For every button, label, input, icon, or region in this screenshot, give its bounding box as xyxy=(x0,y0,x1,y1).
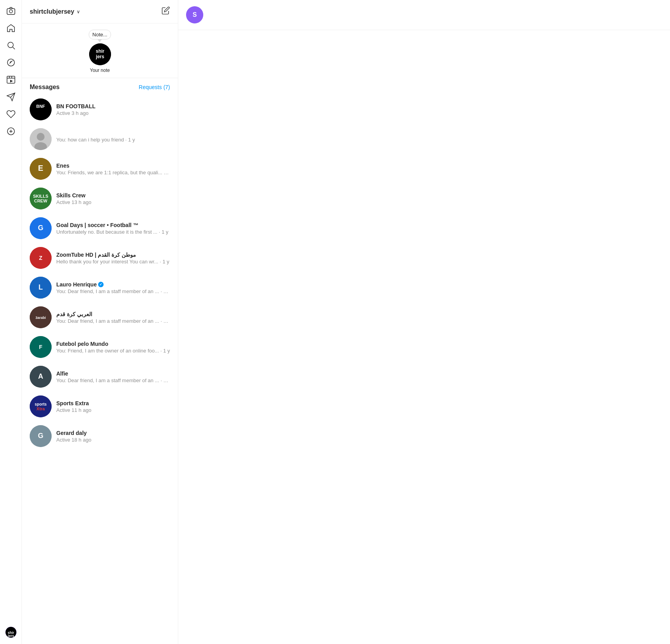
requests-link[interactable]: Requests (7) xyxy=(139,84,170,90)
reels-icon[interactable] xyxy=(3,72,19,88)
svg-text:Z: Z xyxy=(39,255,43,261)
msg-info-enes: EnesYou: Friends, we are 1:1 replica, bu… xyxy=(56,163,170,175)
msg-sub-lauro-henrique: You: Dear friend, I am a staff member of… xyxy=(56,288,170,294)
svg-text:shir: shir xyxy=(95,48,104,54)
svg-point-1 xyxy=(9,10,13,13)
avatar-unknown-1 xyxy=(30,128,52,150)
msg-name-goal-days: Goal Days | soccer • Football ™ xyxy=(56,222,170,228)
msg-name-gerard-daly: Gerard daly xyxy=(56,430,170,436)
compose-button[interactable] xyxy=(161,6,170,17)
avatar-alfie: A xyxy=(30,366,52,388)
avatar-skills-crew: SKILLSCREW xyxy=(30,188,52,209)
avatar-bn-football: BNF xyxy=(30,98,52,120)
message-item-bn-football[interactable]: BNFBN FOOTBALLActive 3 h ago xyxy=(22,95,178,124)
svg-line-3 xyxy=(13,47,15,50)
svg-point-2 xyxy=(8,42,13,48)
message-item-enes[interactable]: EEnesYou: Friends, we are 1:1 replica, b… xyxy=(22,154,178,184)
your-note-label: Your note xyxy=(90,68,110,73)
left-navigation: shir jers xyxy=(0,0,22,644)
chevron-down-icon: ∨ xyxy=(77,9,80,14)
send-icon[interactable] xyxy=(3,89,19,105)
msg-info-sports-extra: Sports ExtraActive 11 h ago xyxy=(56,400,170,413)
msg-sub-enes: You: Friends, we are 1:1 replica, but th… xyxy=(56,170,170,175)
msg-info-arabic-football: العربي كرة قدمYou: Dear friend, I am a s… xyxy=(56,311,170,324)
conversation-avatar: S xyxy=(186,6,203,23)
message-item-lauro-henrique[interactable]: LLauro HenriqueYou: Dear friend, I am a … xyxy=(22,273,178,302)
msg-name-skills-crew: Skills Crew xyxy=(56,192,170,199)
msg-name-sports-extra: Sports Extra xyxy=(56,400,170,406)
msg-name-futebol-mundo: Futebol pelo Mundo xyxy=(56,341,170,347)
msg-sub-alfie: You: Dear friend, I am a staff member of… xyxy=(56,377,170,383)
explore-icon[interactable] xyxy=(3,55,19,70)
svg-marker-5 xyxy=(9,60,13,64)
msg-name-lauro-henrique: Lauro Henrique xyxy=(56,281,170,288)
msg-sub-arabic-football: You: Dear friend, I am a staff member of… xyxy=(56,318,170,324)
msg-sub-futebol-mundo: You: Friend, I am the owner of an online… xyxy=(56,348,170,354)
msg-sub-gerard-daly: Active 18 h ago xyxy=(56,437,170,443)
svg-rect-6 xyxy=(7,76,15,83)
home-icon[interactable] xyxy=(3,20,19,36)
avatar-sports-extra: sportsXtra xyxy=(30,395,52,417)
avatar-enes: E xyxy=(30,158,52,180)
msg-info-zoomtube: ZoomTube HD | موطن كرة القدمHello thank … xyxy=(56,252,170,265)
account-selector[interactable]: shirtclubjersey ∨ xyxy=(30,8,80,15)
messages-list: BNFBN FOOTBALLActive 3 h agoYou: how can… xyxy=(22,95,178,644)
msg-name-bn-football: BN FOOTBALL xyxy=(56,103,170,109)
avatar-zoomtube: Z xyxy=(30,247,52,269)
svg-text:G: G xyxy=(38,432,43,440)
msg-info-goal-days: Goal Days | soccer • Football ™Unfortuna… xyxy=(56,222,170,235)
plus-circle-icon[interactable] xyxy=(3,123,19,139)
avatar-lauro-henrique: L xyxy=(30,277,52,299)
message-item-futebol-mundo[interactable]: FFutebol pelo MundoYou: Friend, I am the… xyxy=(22,332,178,362)
msg-info-alfie: AlfieYou: Dear friend, I am a staff memb… xyxy=(56,370,170,383)
profile-main-avatar[interactable]: shir jers xyxy=(89,43,111,65)
message-item-alfie[interactable]: AAlfieYou: Dear friend, I am a staff mem… xyxy=(22,362,178,392)
account-header: shirtclubjersey ∨ xyxy=(22,0,178,23)
message-item-goal-days[interactable]: GGoal Days | soccer • Football ™Unfortun… xyxy=(22,213,178,243)
svg-text:E: E xyxy=(38,164,43,172)
msg-info-unknown-1: You: how can i help you friend · 1 y xyxy=(56,136,170,143)
svg-text:jers: jers xyxy=(7,634,14,638)
messages-panel: shirtclubjersey ∨ Note... shir jers Your… xyxy=(22,0,178,644)
svg-text:Xtra: Xtra xyxy=(36,406,45,411)
search-icon[interactable] xyxy=(3,38,19,53)
msg-info-gerard-daly: Gerard dalyActive 18 h ago xyxy=(56,430,170,443)
message-item-skills-crew[interactable]: SKILLSCREWSkills CrewActive 13 h ago xyxy=(22,184,178,213)
message-item-zoomtube[interactable]: ZZoomTube HD | موطن كرة القدمHello thank… xyxy=(22,243,178,273)
svg-text:3arabi: 3arabi xyxy=(36,316,46,320)
msg-info-futebol-mundo: Futebol pelo MundoYou: Friend, I am the … xyxy=(56,341,170,354)
message-item-sports-extra[interactable]: sportsXtraSports ExtraActive 11 h ago xyxy=(22,392,178,421)
msg-sub-goal-days: Unfortunately no. But because it is the … xyxy=(56,229,170,235)
msg-info-lauro-henrique: Lauro HenriqueYou: Dear friend, I am a s… xyxy=(56,281,170,294)
messages-title: Messages xyxy=(30,84,60,91)
msg-sub-sports-extra: Active 11 h ago xyxy=(56,407,170,413)
svg-text:SKILLS: SKILLS xyxy=(33,194,48,199)
msg-name-arabic-football: العربي كرة قدم xyxy=(56,311,170,317)
msg-sub-zoomtube: Hello thank you for your interest You ca… xyxy=(56,259,170,265)
avatar-gerard-daly: G xyxy=(30,425,52,447)
nav-profile-avatar[interactable]: shir jers xyxy=(5,627,16,638)
message-item-unknown-1[interactable]: You: how can i help you friend · 1 y xyxy=(22,124,178,154)
verified-badge xyxy=(98,282,104,287)
msg-info-skills-crew: Skills CrewActive 13 h ago xyxy=(56,192,170,205)
avatar-goal-days: G xyxy=(30,217,52,239)
avatar-arabic-football: 3arabi xyxy=(30,306,52,328)
msg-sub-skills-crew: Active 13 h ago xyxy=(56,199,170,205)
message-item-arabic-football[interactable]: 3arabiالعربي كرة قدمYou: Dear friend, I … xyxy=(22,302,178,332)
profile-note-area: Note... shir jers Your note xyxy=(22,23,178,78)
heart-icon[interactable] xyxy=(3,106,19,122)
svg-text:G: G xyxy=(38,224,43,232)
msg-name-alfie: Alfie xyxy=(56,370,170,377)
avatar-futebol-mundo: F xyxy=(30,336,52,358)
main-content-panel: S xyxy=(178,0,670,644)
msg-name-enes: Enes xyxy=(56,163,170,169)
svg-text:F: F xyxy=(39,344,43,350)
msg-sub-bn-football: Active 3 h ago xyxy=(56,110,170,116)
account-name: shirtclubjersey xyxy=(30,8,74,15)
message-item-gerard-daly[interactable]: GGerard dalyActive 18 h ago xyxy=(22,421,178,451)
svg-text:sports: sports xyxy=(35,402,47,406)
conversation-body xyxy=(178,30,670,644)
note-bubble[interactable]: Note... xyxy=(89,30,111,39)
messages-header-row: Messages Requests (7) xyxy=(22,78,178,95)
camera-icon[interactable] xyxy=(3,3,19,19)
